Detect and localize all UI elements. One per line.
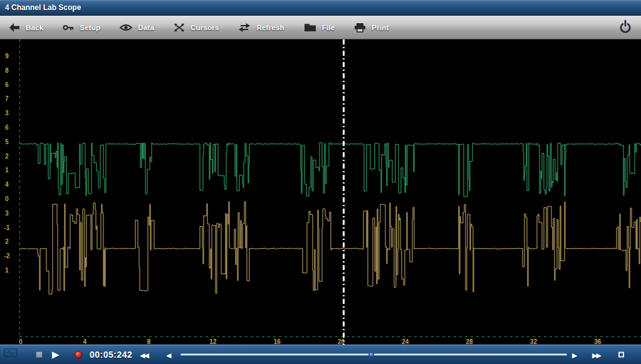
y-axis-label: 1 bbox=[0, 267, 14, 274]
cursors-button[interactable]: Cursors bbox=[174, 23, 219, 33]
y-axis-label: 7 bbox=[0, 95, 14, 102]
power-button[interactable] bbox=[618, 19, 632, 36]
y-axis-label: 6 bbox=[0, 81, 14, 88]
fast-forward-button[interactable]: ▶▶ bbox=[591, 349, 602, 361]
play-button[interactable]: ▶ bbox=[51, 348, 61, 361]
window-title: 4 Channel Lab Scope bbox=[0, 1, 81, 15]
folder-icon bbox=[304, 23, 316, 32]
x-axis-line bbox=[19, 336, 641, 337]
waveform-canvas bbox=[19, 39, 641, 336]
y-axis-label: 2 bbox=[0, 153, 14, 160]
fast-forward-icon: ▶▶ bbox=[592, 351, 600, 360]
y-axis-label: 9 bbox=[0, 53, 14, 60]
step-back-icon: ◀ bbox=[166, 351, 170, 360]
y-axis-label: -2 bbox=[0, 252, 14, 259]
setup-button[interactable]: Setup bbox=[63, 23, 100, 33]
y-axis-label: 2 bbox=[0, 238, 14, 245]
file-label: File bbox=[322, 24, 335, 31]
seek-slider[interactable] bbox=[180, 351, 567, 358]
y-axis-label: 5 bbox=[0, 138, 14, 145]
cursors-label: Cursors bbox=[190, 24, 219, 31]
app-logo-icon bbox=[4, 348, 18, 361]
y-axis-label: -1 bbox=[0, 224, 14, 231]
fast-rewind-icon: ◀◀ bbox=[140, 351, 148, 360]
record-button[interactable] bbox=[73, 350, 83, 360]
end-marker-shape bbox=[618, 352, 624, 358]
title-bar: 4 Channel Lab Scope bbox=[0, 0, 641, 16]
y-axis-line bbox=[19, 39, 20, 337]
eye-icon bbox=[120, 23, 132, 32]
y-axis-label: 1 bbox=[0, 167, 14, 174]
power-icon bbox=[618, 25, 632, 36]
toolbar: Back Setup Data Cursors Refresh bbox=[0, 16, 641, 39]
stop-icon bbox=[36, 351, 43, 358]
y-axis-label: 8 bbox=[0, 67, 14, 74]
back-arrow-icon bbox=[9, 23, 20, 33]
y-axis-label: 3 bbox=[0, 110, 14, 117]
y-axis-label: 0 bbox=[0, 195, 14, 202]
print-label: Print bbox=[372, 24, 388, 31]
printer-icon bbox=[354, 23, 366, 33]
print-button[interactable]: Print bbox=[354, 23, 388, 33]
lab-scope-app: 4 Channel Lab Scope Back Setup Data bbox=[0, 0, 641, 364]
file-button[interactable]: File bbox=[304, 23, 335, 32]
y-axis-label: 3 bbox=[0, 210, 14, 217]
cursors-icon bbox=[174, 23, 185, 33]
refresh-label: Refresh bbox=[256, 24, 284, 31]
end-marker-icon[interactable] bbox=[618, 352, 624, 358]
refresh-button[interactable]: Refresh bbox=[238, 23, 284, 33]
setup-label: Setup bbox=[80, 24, 100, 31]
record-icon bbox=[75, 351, 82, 358]
step-forward-icon: ▶ bbox=[572, 351, 576, 360]
stop-button[interactable] bbox=[34, 350, 44, 360]
play-icon: ▶ bbox=[52, 349, 60, 360]
data-label: Data bbox=[138, 24, 154, 31]
time-cursor[interactable] bbox=[343, 39, 345, 345]
data-button[interactable]: Data bbox=[120, 23, 154, 32]
step-forward-button[interactable]: ▶ bbox=[571, 349, 577, 361]
y-axis-label: 4 bbox=[0, 181, 14, 188]
transport-bar: ▶ 00:05:242 ◀◀ ◀ ▶ ▶▶ bbox=[0, 345, 641, 364]
scope-display: 986736521403-12-2104812162024283236 bbox=[0, 39, 641, 345]
y-axis-label: 6 bbox=[0, 124, 14, 131]
seek-thumb[interactable] bbox=[368, 352, 374, 358]
fast-rewind-button[interactable]: ◀◀ bbox=[138, 349, 149, 361]
back-button[interactable]: Back bbox=[9, 23, 43, 33]
step-back-button[interactable]: ◀ bbox=[165, 349, 171, 361]
back-label: Back bbox=[26, 24, 43, 31]
refresh-icon bbox=[238, 23, 251, 33]
key-icon bbox=[63, 23, 74, 33]
time-display: 00:05:242 bbox=[90, 350, 132, 360]
